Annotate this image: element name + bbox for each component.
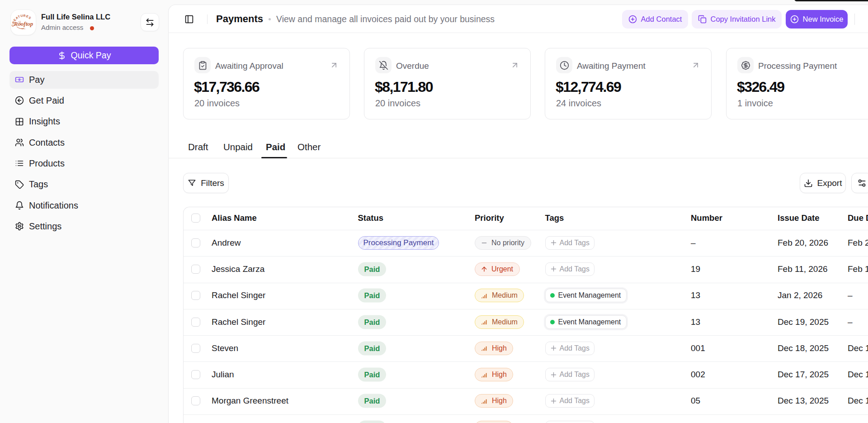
svg-text:Rooftop: Rooftop	[14, 20, 33, 27]
svg-text:NYC: NYC	[22, 28, 26, 30]
